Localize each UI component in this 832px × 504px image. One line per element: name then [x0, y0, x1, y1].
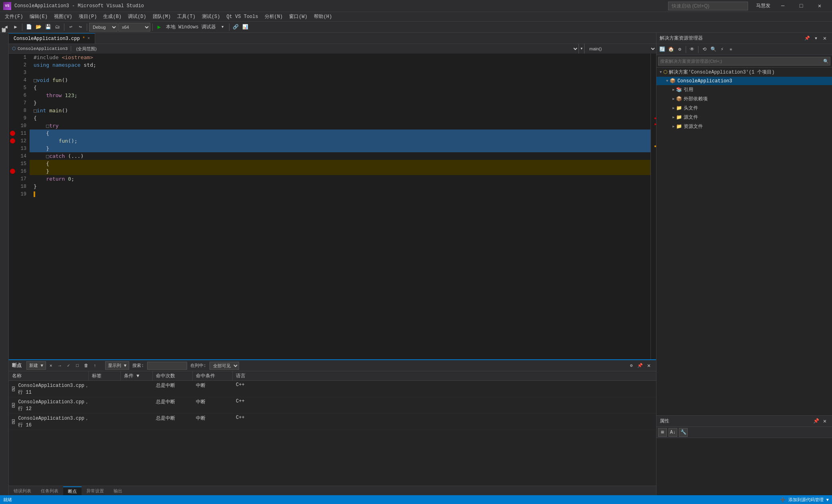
se-filter-btn[interactable]: 🔍	[709, 46, 717, 54]
code-line-4: □void fun()	[30, 76, 650, 84]
menu-view[interactable]: 视图(V)	[51, 12, 76, 22]
minimize-button[interactable]: ─	[774, 0, 792, 12]
new-btn[interactable]: 📄	[24, 23, 33, 32]
bp-pin-icon[interactable]: 📌	[636, 362, 644, 370]
bp-delete-btn[interactable]: ✕	[47, 362, 55, 370]
menu-analyze[interactable]: 分析(N)	[261, 12, 286, 22]
tab-exceptions[interactable]: 异常设置	[82, 486, 109, 495]
breakpoint-12[interactable]	[10, 138, 15, 143]
breakpoint-11[interactable]	[10, 131, 15, 136]
se-home-btn[interactable]: 🏠	[667, 46, 675, 54]
bp-row3-checkbox[interactable]: ✓	[12, 419, 15, 424]
code-line-16: }	[30, 167, 650, 175]
se-src-label: 源文件	[684, 114, 698, 121]
prop-pin-btn[interactable]: 📌	[812, 417, 820, 425]
bp-col-condition[interactable]: 条件 ▼	[121, 371, 153, 380]
prop-sort-btn[interactable]: A↓	[668, 428, 677, 437]
bp-display-cols-btn[interactable]: 显示列 ▼	[105, 361, 129, 370]
tab-close-btn[interactable]: ×	[88, 36, 90, 41]
tab-errors[interactable]: 错误列表	[9, 486, 36, 495]
menu-file[interactable]: 文件(F)	[2, 12, 26, 22]
bp-enable-all-btn[interactable]: ✓	[64, 362, 72, 370]
se-sync-btn[interactable]: ⟲	[700, 46, 708, 54]
bp-export-btn[interactable]: ↑	[91, 362, 99, 370]
menu-project[interactable]: 项目(P)	[76, 12, 100, 22]
undo-btn[interactable]: ↩	[66, 23, 75, 32]
se-view-btn[interactable]: 👁	[688, 46, 696, 54]
scope-dropdown[interactable]: ▾	[579, 44, 584, 54]
object-browser-toggle[interactable]: 对象浏览器	[0, 34, 8, 38]
se-git-btn[interactable]: ⚡	[718, 46, 726, 54]
run-btn[interactable]: ▶	[155, 23, 164, 32]
prop-close-btn[interactable]: ✕	[821, 417, 829, 425]
bp-clear-all-btn[interactable]: 🗑	[82, 362, 90, 370]
menu-debug[interactable]: 调试(D)	[125, 12, 150, 22]
tab-breakpoints[interactable]: 断点	[63, 486, 82, 495]
member-select[interactable]: main()	[584, 44, 656, 54]
line-num-19: 19	[9, 190, 30, 198]
attach-btn[interactable]: 🔗	[231, 23, 240, 32]
forward-btn[interactable]: ▶	[11, 23, 20, 32]
add-source-control-btn[interactable]: ➕ 添加到源代码管理 ▼	[780, 497, 829, 503]
bp-row2-checkbox[interactable]: ✓	[12, 403, 15, 408]
bp-column-select[interactable]: 全部可见	[209, 362, 239, 370]
menu-tools[interactable]: 工具(T)	[174, 12, 199, 22]
se-node-headers[interactable]: ▶ 📁 头文件	[656, 104, 832, 113]
prop-grid-btn[interactable]: ⊞	[658, 428, 667, 437]
menu-edit[interactable]: 编辑(E)	[26, 12, 51, 22]
project-icon: ⬡	[12, 46, 16, 51]
line-num-7: 7	[9, 99, 30, 107]
se-solution-node[interactable]: ▼ ⬡ 解决方案'ConsoleApplication3'(1 个项目)	[656, 68, 832, 77]
code-line-10: □try	[30, 122, 650, 129]
quick-launch-input[interactable]	[668, 2, 748, 10]
bp-row-2[interactable]: ✓ ConsoleApplication3.cpp，行 12 总是中断 中断 C…	[9, 397, 656, 414]
menu-help[interactable]: 帮助(H)	[311, 12, 335, 22]
prop-prop-btn[interactable]: 🔧	[679, 428, 688, 437]
bp-new-btn[interactable]: 新建 ▼	[26, 361, 46, 370]
scope-select[interactable]: (全局范围)	[71, 44, 579, 54]
tab-tasks[interactable]: 任务列表	[36, 486, 63, 495]
se-node-sources[interactable]: ▶ 📁 源文件	[656, 113, 832, 122]
bp-row1-hitcond: 中断	[193, 381, 233, 397]
se-pin-btn[interactable]: 📌	[803, 34, 811, 42]
restore-button[interactable]: □	[792, 0, 810, 12]
save-btn[interactable]: 💾	[44, 23, 52, 32]
bp-row-3[interactable]: ✓ ConsoleApplication3.cpp，行 16 总是中断 中断 C…	[9, 414, 656, 430]
redo-btn[interactable]: ↪	[76, 23, 85, 32]
se-node-external[interactable]: ▶ 📦 外部依赖项	[656, 94, 832, 104]
se-settings-btn[interactable]: ⚙	[676, 46, 684, 54]
save-all-btn[interactable]: 🗂	[53, 23, 62, 32]
debug-config-select[interactable]: Debug Release	[89, 23, 118, 32]
se-more-btn[interactable]: ✳	[727, 46, 735, 54]
menu-window[interactable]: 窗口(W)	[286, 12, 311, 22]
se-close-btn[interactable]: ✕	[821, 34, 829, 42]
menu-qt[interactable]: Qt VS Tools	[223, 12, 261, 22]
menu-build[interactable]: 生成(B)	[100, 12, 125, 22]
menu-test[interactable]: 测试(S)	[199, 12, 223, 22]
scroll-marker-2	[654, 124, 656, 125]
bp-row-1[interactable]: ✓ ConsoleApplication3.cpp，行 11 总是中断 中断 C…	[9, 381, 656, 397]
editor-tab-active[interactable]: ConsoleApplication3.cpp * ×	[9, 33, 95, 44]
tab-output[interactable]: 输出	[109, 486, 127, 495]
back-btn[interactable]: ◀	[2, 23, 10, 32]
bp-search-input[interactable]	[147, 362, 187, 370]
se-dropdown-btn[interactable]: ▾	[812, 34, 820, 42]
se-search-input[interactable]	[658, 57, 830, 66]
bp-go-btn[interactable]: →	[56, 362, 64, 370]
bp-disable-all-btn[interactable]: □	[73, 362, 81, 370]
platform-select[interactable]: x64 x86	[118, 23, 150, 32]
breakpoint-16[interactable]	[10, 169, 15, 174]
bp-row1-checkbox[interactable]: ✓	[12, 386, 15, 391]
open-btn[interactable]: 📂	[34, 23, 43, 32]
bp-settings-icon[interactable]: ⚙	[627, 362, 635, 370]
se-node-resources[interactable]: ▶ 📁 资源文件	[656, 122, 832, 131]
close-button[interactable]: ✕	[810, 0, 829, 12]
se-node-references[interactable]: ▶ 📚 引用	[656, 85, 832, 94]
menu-team[interactable]: 团队(M)	[150, 12, 174, 22]
run-dropdown[interactable]: ▼	[218, 23, 227, 32]
se-refresh-btn[interactable]: 🔄	[658, 46, 666, 54]
line-num-12: 12	[9, 137, 30, 145]
perf-btn[interactable]: 📊	[241, 23, 250, 32]
se-project-node[interactable]: ▼ 📦 ConsoleApplication3	[656, 77, 832, 85]
bp-close-icon[interactable]: ✕	[645, 362, 653, 370]
